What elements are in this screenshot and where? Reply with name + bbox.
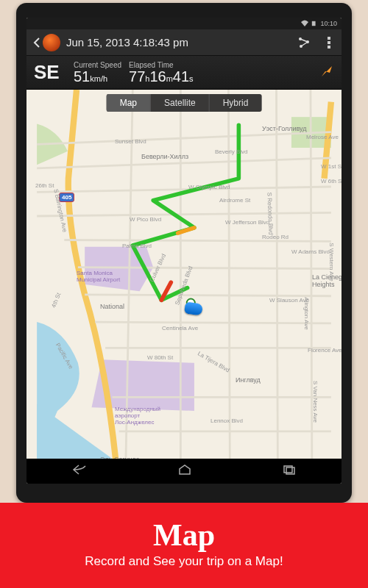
svg-line-13	[64, 240, 331, 242]
road-sixth: W 6th St	[321, 178, 342, 184]
app-logo-icon	[43, 34, 60, 51]
svg-line-23	[277, 90, 278, 459]
road-jefferson: W Jefferson Blvd	[225, 219, 269, 226]
share-button[interactable]	[291, 29, 316, 56]
svg-line-14	[78, 268, 331, 269]
compass-arrow-icon	[319, 64, 334, 82]
road-pico: W Pico Blvd	[130, 216, 161, 223]
page-title: Jun 15, 2013 4:18:43 pm	[66, 36, 291, 49]
android-navbar	[26, 459, 342, 484]
actionbar: Jun 15, 2013 4:18:43 pm	[26, 29, 342, 56]
svg-rect-0	[312, 21, 316, 26]
android-statusbar: 10:10	[26, 18, 342, 29]
nav-home-button[interactable]	[178, 465, 191, 478]
battery-icon	[311, 20, 317, 27]
road-centinela: Centinela Ave	[162, 325, 198, 331]
tab-satellite[interactable]: Satellite	[151, 94, 210, 112]
place-west-hollywood: Уэст-Голливуд	[262, 125, 307, 132]
overflow-menu-button[interactable]	[316, 29, 342, 56]
road-vanness: S Van Ness Ave	[312, 381, 319, 423]
road-adams: W Adams Blvd	[291, 248, 330, 255]
svg-rect-4	[328, 37, 330, 40]
wifi-icon	[301, 20, 308, 27]
road-rodeo: Rodeo Rd	[262, 234, 289, 240]
banner-title: Map	[0, 517, 368, 553]
map-canvas[interactable]: 405 Santa MonicaMunicipal Airport Nation…	[26, 90, 342, 459]
road-beverly: Beverly Blvd	[215, 148, 247, 155]
promo-banner: Map Record and See your trip on a Map!	[0, 503, 368, 588]
tablet-frame: 10:10 Jun 15, 2013 4:18:43 pm SE Current…	[16, 3, 352, 503]
road-26th: 26th St	[35, 182, 54, 189]
road-alington: Alington Ave	[303, 297, 310, 329]
tab-hybrid[interactable]: Hybrid	[210, 94, 262, 112]
speed-value: 51km/h	[74, 69, 121, 84]
nav-recents-button[interactable]	[283, 465, 296, 478]
place-national: National	[100, 303, 124, 310]
road-sunset: Sunset Blvd	[115, 138, 146, 145]
place-el-segundo: Эль-Сегундо	[100, 456, 140, 459]
elapsed-stat: Elapsed Time 77h16m41s	[129, 61, 194, 84]
back-button[interactable]	[31, 37, 43, 48]
svg-line-22	[228, 90, 230, 459]
svg-line-16	[95, 322, 331, 323]
status-time: 10:10	[320, 20, 337, 27]
road-melrose: Melrose Ave	[306, 134, 339, 140]
road-first: W 1st St	[321, 163, 342, 170]
elapsed-value: 77h16m41s	[129, 69, 194, 84]
poi-santa-monica-airport: Santa MonicaMunicipal Airport	[77, 270, 120, 283]
compass-direction: SE	[34, 61, 66, 84]
road-80th: W 80th St	[147, 354, 173, 361]
place-inglewood: Инглвуд	[236, 376, 261, 384]
map-type-tabs: Map Satellite Hybrid	[107, 94, 262, 112]
speed-stat: Current Speed 51km/h	[74, 61, 121, 84]
tab-map[interactable]: Map	[107, 94, 151, 112]
road-olympic: W Olympic Blvd	[188, 184, 230, 190]
banner-subtitle: Record and See your trip on a Map!	[0, 554, 368, 569]
info-strip: SE Current Speed 51km/h Elapsed Time 77h…	[26, 56, 342, 90]
svg-line-15	[85, 295, 331, 296]
road-palms: Palms Blvd	[122, 243, 152, 249]
svg-rect-5	[328, 41, 330, 44]
road-lennox: Lennox Blvd	[210, 417, 243, 424]
place-beverly-hills: Беверли-Хиллз	[141, 153, 188, 160]
road-florence: Florence Ave	[308, 347, 342, 354]
place-la-cienega: La CienegaHeights	[312, 273, 342, 288]
svg-rect-6	[328, 46, 330, 49]
road-airdrome: Airdrome St	[219, 197, 250, 204]
screen: 10:10 Jun 15, 2013 4:18:43 pm SE Current…	[26, 18, 342, 484]
nav-back-button[interactable]	[72, 465, 87, 478]
poi-lax: МеждународныйаэропортЛос-Анджелес	[115, 406, 160, 426]
